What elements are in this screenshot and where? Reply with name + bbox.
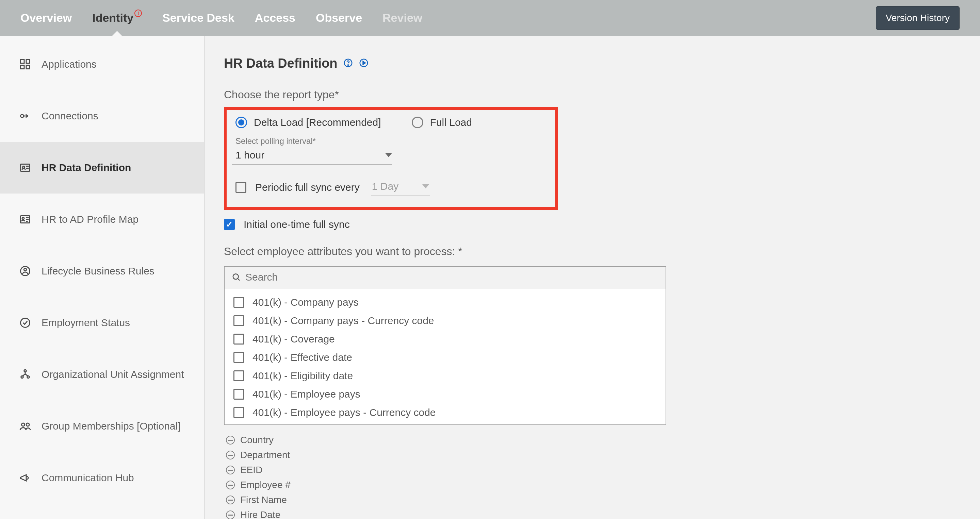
attributes-search-row bbox=[224, 267, 666, 289]
sidebar-item-label: Applications bbox=[41, 59, 97, 70]
attribute-checkbox[interactable] bbox=[234, 297, 244, 308]
svg-point-16 bbox=[26, 423, 29, 426]
sidebar-item-label: Connections bbox=[41, 110, 98, 122]
svg-rect-3 bbox=[26, 65, 30, 69]
map-icon bbox=[18, 213, 32, 226]
play-icon[interactable] bbox=[359, 58, 369, 69]
sidebar-item-ou-assignment[interactable]: Organizational Unit Assignment bbox=[0, 349, 204, 400]
locked-icon bbox=[226, 511, 235, 519]
attribute-label: 401(k) - Eligibility date bbox=[253, 370, 353, 382]
tab-review[interactable]: Review bbox=[382, 0, 422, 36]
report-type-radios: Delta Load [Recommended] Full Load bbox=[232, 117, 544, 128]
sidebar-item-hr-data-definition[interactable]: HR Data Definition bbox=[0, 142, 204, 194]
help-icon[interactable] bbox=[343, 58, 353, 69]
sidebar-item-group-memberships[interactable]: Group Memberships [Optional] bbox=[0, 400, 204, 452]
tab-service-desk[interactable]: Service Desk bbox=[162, 0, 234, 36]
attribute-row[interactable]: 401(k) - Effective date bbox=[234, 348, 662, 367]
attribute-label: 401(k) - Employee pays - Currency code bbox=[253, 407, 436, 418]
sidebar-item-lifecycle[interactable]: Lifecycle Business Rules bbox=[0, 245, 204, 297]
attributes-section-label: Select employee attributes you want to p… bbox=[224, 245, 961, 258]
nav-tabs: Overview Identity ! Service Desk Access … bbox=[21, 0, 422, 36]
attribute-label: 401(k) - Company pays bbox=[253, 297, 359, 308]
periodic-interval-select[interactable]: 1 Day bbox=[371, 179, 430, 195]
radio-unselected-icon bbox=[412, 117, 423, 128]
locked-attribute: First Name bbox=[226, 492, 961, 508]
sidebar-item-hr-ad-map[interactable]: HR to AD Profile Map bbox=[0, 194, 204, 245]
locked-attributes-list: Country Department EEID Employee # First… bbox=[224, 433, 961, 519]
attributes-search-input[interactable] bbox=[245, 271, 659, 283]
attribute-checkbox[interactable] bbox=[234, 407, 244, 418]
locked-icon bbox=[226, 451, 235, 459]
hr-data-icon bbox=[18, 161, 32, 175]
attribute-label: 401(k) - Employee pays bbox=[253, 389, 360, 400]
attribute-row[interactable]: 401(k) - Coverage bbox=[234, 330, 662, 348]
locked-icon bbox=[226, 436, 235, 444]
sidebar-item-employment-status[interactable]: Employment Status bbox=[0, 297, 204, 349]
attribute-checkbox[interactable] bbox=[234, 389, 244, 400]
radio-full-load[interactable]: Full Load bbox=[412, 117, 472, 128]
sidebar-item-applications[interactable]: Applications bbox=[0, 38, 204, 90]
attribute-checkbox[interactable] bbox=[234, 370, 244, 381]
periodic-full-sync-label: Periodic full sync every bbox=[255, 182, 360, 193]
sidebar-item-label: HR Data Definition bbox=[41, 162, 131, 173]
tab-identity-label: Identity bbox=[92, 11, 134, 24]
attribute-row[interactable]: 401(k) - Employee pays bbox=[234, 385, 662, 403]
highlight-box: Delta Load [Recommended] Full Load Selec… bbox=[224, 107, 558, 210]
svg-point-15 bbox=[22, 423, 25, 426]
polling-interval-select[interactable]: 1 hour bbox=[232, 147, 392, 165]
tab-overview[interactable]: Overview bbox=[21, 0, 72, 36]
apps-icon bbox=[18, 57, 32, 71]
tab-identity[interactable]: Identity ! bbox=[92, 0, 142, 36]
sidebar-item-connections[interactable]: Connections bbox=[0, 90, 204, 142]
attribute-row[interactable]: 401(k) - Eligibility date bbox=[234, 367, 662, 385]
page-title: HR Data Definition bbox=[224, 56, 337, 71]
svg-rect-0 bbox=[21, 60, 24, 63]
attribute-label: 401(k) - Company pays - Currency code bbox=[253, 315, 434, 327]
svg-rect-2 bbox=[21, 65, 24, 69]
attribute-checkbox[interactable] bbox=[234, 352, 244, 363]
groups-icon bbox=[18, 419, 32, 433]
svg-point-20 bbox=[233, 274, 239, 279]
locked-attribute-label: EEID bbox=[240, 465, 262, 476]
sidebar-item-label: Employment Status bbox=[41, 317, 130, 329]
tab-access[interactable]: Access bbox=[255, 0, 295, 36]
connections-icon bbox=[18, 109, 32, 123]
periodic-full-sync-checkbox[interactable] bbox=[235, 182, 247, 193]
megaphone-icon bbox=[18, 471, 32, 485]
svg-point-11 bbox=[21, 318, 30, 327]
svg-point-6 bbox=[23, 166, 25, 168]
sidebar: Applications Connections HR Data Definit… bbox=[0, 36, 205, 519]
attribute-checkbox[interactable] bbox=[234, 334, 244, 344]
attribute-row[interactable]: 401(k) - Company pays - Currency code bbox=[234, 311, 662, 330]
attributes-list[interactable]: 401(k) - Company pays 401(k) - Company p… bbox=[224, 289, 666, 424]
top-nav: Overview Identity ! Service Desk Access … bbox=[0, 0, 980, 36]
attribute-label: 401(k) - Coverage bbox=[253, 333, 335, 345]
chevron-down-icon bbox=[422, 184, 429, 189]
radio-label: Full Load bbox=[430, 117, 472, 128]
alert-icon: ! bbox=[134, 10, 142, 17]
radio-selected-icon bbox=[235, 117, 247, 128]
attribute-row[interactable]: 401(k) - Employee pays - Currency code bbox=[234, 403, 662, 422]
locked-attribute-label: Hire Date bbox=[240, 509, 280, 519]
main-content: HR Data Definition Choose the report typ… bbox=[205, 36, 980, 519]
locked-attribute: Hire Date bbox=[226, 508, 961, 519]
radio-delta-load[interactable]: Delta Load [Recommended] bbox=[235, 117, 381, 128]
sidebar-item-label: Group Memberships [Optional] bbox=[41, 421, 181, 432]
locked-attribute: Department bbox=[226, 448, 961, 463]
locked-attribute-label: Department bbox=[240, 450, 290, 460]
locked-attribute: EEID bbox=[226, 463, 961, 478]
svg-point-8 bbox=[22, 217, 24, 219]
attribute-checkbox[interactable] bbox=[234, 315, 244, 326]
sidebar-item-communication-hub[interactable]: Communication Hub bbox=[0, 452, 204, 504]
version-history-button[interactable]: Version History bbox=[876, 6, 959, 30]
report-type-label: Choose the report type* bbox=[224, 89, 961, 101]
locked-attribute-label: Country bbox=[240, 435, 274, 446]
attribute-row[interactable]: 401(k) - Company pays bbox=[234, 293, 662, 311]
polling-interval-value: 1 hour bbox=[235, 149, 264, 161]
radio-label: Delta Load [Recommended] bbox=[254, 117, 381, 128]
locked-attribute-label: First Name bbox=[240, 495, 287, 505]
svg-point-10 bbox=[24, 268, 27, 271]
locked-attribute: Employee # bbox=[226, 478, 961, 492]
tab-observe[interactable]: Observe bbox=[316, 0, 362, 36]
initial-sync-checkbox[interactable] bbox=[224, 219, 235, 230]
